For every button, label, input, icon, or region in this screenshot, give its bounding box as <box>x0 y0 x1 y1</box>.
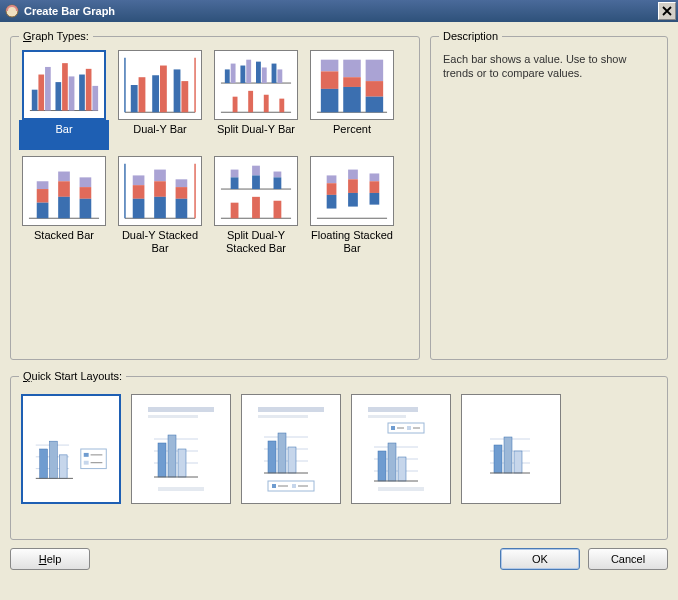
svg-rect-47 <box>37 203 49 219</box>
svg-rect-3 <box>38 75 44 111</box>
svg-rect-116 <box>288 447 296 473</box>
svg-rect-37 <box>321 89 339 112</box>
svg-rect-27 <box>262 67 267 83</box>
svg-rect-82 <box>348 179 358 193</box>
svg-rect-85 <box>370 181 380 193</box>
svg-rect-68 <box>231 170 239 178</box>
graph-type-dual-y-stacked-bar[interactable]: Dual-Y Stacked Bar <box>115 156 205 258</box>
svg-rect-124 <box>368 415 406 418</box>
graph-type-dual-y-bar[interactable]: Dual-Y Bar <box>115 50 205 150</box>
svg-rect-41 <box>366 60 384 81</box>
svg-rect-46 <box>37 189 49 203</box>
svg-rect-121 <box>292 484 296 488</box>
svg-rect-48 <box>58 172 70 182</box>
svg-rect-31 <box>248 91 253 112</box>
svg-rect-63 <box>176 179 188 187</box>
floating-stacked-bar-chart-icon <box>310 156 394 226</box>
svg-rect-80 <box>327 195 337 209</box>
quick-start-layout-4[interactable] <box>351 394 451 504</box>
svg-rect-106 <box>178 449 186 477</box>
svg-rect-141 <box>494 445 502 473</box>
svg-rect-92 <box>59 455 67 479</box>
svg-rect-43 <box>366 97 384 113</box>
svg-rect-4 <box>45 67 51 111</box>
svg-rect-9 <box>86 69 92 111</box>
graph-type-stacked-bar[interactable]: Stacked Bar <box>19 156 109 258</box>
graph-type-label: Split Dual-Y Bar <box>211 120 301 150</box>
quick-start-layout-1[interactable] <box>21 394 121 504</box>
graph-type-split-dual-y-bar[interactable]: Split Dual-Y Bar <box>211 50 301 150</box>
svg-rect-99 <box>148 407 214 412</box>
svg-rect-115 <box>278 433 286 473</box>
graph-type-label: Dual-Y Stacked Bar <box>115 226 205 258</box>
svg-rect-26 <box>256 62 261 83</box>
svg-rect-2 <box>32 90 38 111</box>
svg-rect-75 <box>252 197 260 218</box>
svg-rect-40 <box>343 87 361 112</box>
description-section: Description Each bar shows a value. Use … <box>430 30 668 360</box>
titlebar: Create Bar Graph <box>0 0 678 22</box>
svg-rect-33 <box>279 99 284 113</box>
svg-rect-95 <box>84 453 89 457</box>
svg-rect-114 <box>268 441 276 473</box>
svg-rect-72 <box>274 172 282 178</box>
window-title: Create Bar Graph <box>24 5 658 17</box>
svg-rect-108 <box>158 487 204 491</box>
dialog-button-row: Help OK Cancel <box>10 540 668 570</box>
svg-rect-128 <box>407 426 411 430</box>
svg-rect-86 <box>370 193 380 205</box>
app-icon <box>4 3 20 19</box>
svg-rect-51 <box>80 177 92 187</box>
svg-rect-110 <box>258 415 308 418</box>
quick-start-layout-2[interactable] <box>131 394 231 504</box>
graph-type-split-dual-y-stacked-bar[interactable]: Split Dual-Y Stacked Bar <box>211 156 301 258</box>
svg-rect-39 <box>343 77 361 87</box>
svg-rect-7 <box>69 76 75 110</box>
close-button[interactable] <box>658 2 676 20</box>
quick-start-layout-5[interactable] <box>461 394 561 504</box>
svg-rect-84 <box>370 173 380 181</box>
stacked-bar-chart-icon <box>22 156 106 226</box>
svg-rect-58 <box>133 185 145 199</box>
svg-rect-62 <box>154 197 166 218</box>
svg-rect-25 <box>246 60 251 83</box>
svg-rect-35 <box>321 60 339 72</box>
graph-type-bar[interactable]: Bar <box>19 50 109 150</box>
svg-rect-143 <box>514 451 522 473</box>
graph-type-floating-stacked-bar[interactable]: Floating Stacked Bar <box>307 156 397 258</box>
svg-rect-73 <box>274 177 282 189</box>
svg-rect-45 <box>37 181 49 189</box>
ok-button[interactable]: OK <box>500 548 580 570</box>
svg-rect-119 <box>272 484 276 488</box>
svg-rect-137 <box>378 487 424 491</box>
svg-rect-30 <box>233 97 238 113</box>
svg-rect-53 <box>80 199 92 218</box>
svg-rect-135 <box>398 457 406 481</box>
graph-type-label: Stacked Bar <box>19 226 109 256</box>
quick-start-section: Quick Start Layouts: <box>10 370 668 540</box>
graph-types-grid: Bar <box>19 50 411 258</box>
svg-rect-133 <box>378 451 386 481</box>
graph-type-label: Split Dual-Y Stacked Bar <box>211 226 301 258</box>
svg-rect-70 <box>252 166 260 176</box>
svg-rect-79 <box>327 183 337 195</box>
graph-type-label: Floating Stacked Bar <box>307 226 397 258</box>
svg-rect-83 <box>348 193 358 207</box>
cancel-button[interactable]: Cancel <box>588 548 668 570</box>
svg-rect-134 <box>388 443 396 481</box>
svg-rect-76 <box>274 201 282 219</box>
svg-rect-52 <box>80 187 92 199</box>
svg-rect-109 <box>258 407 324 412</box>
svg-rect-14 <box>131 85 138 112</box>
svg-rect-10 <box>92 86 98 111</box>
svg-rect-24 <box>240 66 245 84</box>
quick-start-layouts-row <box>19 390 659 508</box>
quick-start-layout-3[interactable] <box>241 394 341 504</box>
svg-rect-23 <box>231 64 236 83</box>
help-button[interactable]: Help <box>10 548 90 570</box>
svg-rect-18 <box>174 69 181 112</box>
graph-type-percent[interactable]: Percent <box>307 50 397 150</box>
svg-rect-123 <box>368 407 418 412</box>
description-text: Each bar shows a value. Use to show tren… <box>439 50 659 83</box>
svg-rect-78 <box>327 175 337 183</box>
